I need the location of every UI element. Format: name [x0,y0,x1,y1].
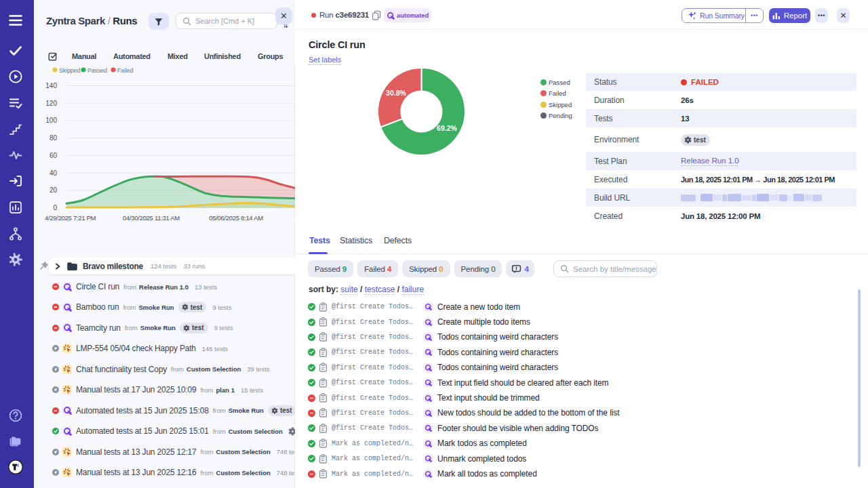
svg-text:120: 120 [45,100,57,107]
svg-text:100: 100 [45,117,57,124]
svg-text:0: 0 [53,204,57,211]
svg-text:20: 20 [50,186,58,194]
svg-text:Passed: Passed [87,67,107,74]
svg-text:4/29/2025 7:21 PM: 4/29/2025 7:21 PM [45,214,96,222]
svg-text:140: 140 [45,82,57,89]
svg-text:05/06/2025 8:14 AM: 05/06/2025 8:14 AM [209,214,263,222]
svg-text:Failed: Failed [117,67,134,74]
svg-text:80: 80 [50,134,58,142]
svg-text:04/30/2025 11:31 AM: 04/30/2025 11:31 AM [123,214,180,222]
svg-text:40: 40 [50,169,58,177]
svg-text:60: 60 [50,152,58,159]
svg-text:Skipped: Skipped [59,67,80,74]
